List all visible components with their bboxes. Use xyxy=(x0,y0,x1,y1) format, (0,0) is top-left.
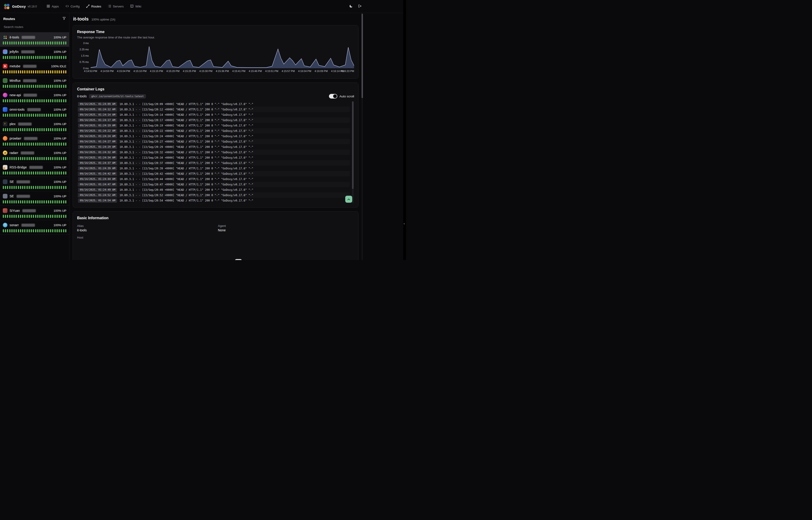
route-search-input[interactable] xyxy=(3,25,66,29)
uptime-bar xyxy=(48,172,49,175)
uptime-bar xyxy=(50,56,51,59)
route-list-item[interactable]: RSS-Bridge 100% UP xyxy=(0,162,69,177)
log-timestamp: 09/14/2025, 01:24:54 AM xyxy=(78,199,117,203)
uptime-bar xyxy=(7,99,8,102)
route-list-item[interactable]: it-tools 100% UP xyxy=(0,32,69,47)
uptime-bar xyxy=(46,229,47,232)
uptime-bar xyxy=(65,42,66,45)
uptime-bar xyxy=(39,215,40,218)
uptime-bar xyxy=(52,128,53,131)
log-scrollbar[interactable] xyxy=(352,101,354,203)
uptime-bar xyxy=(61,99,62,102)
nav-item-routes[interactable]: Routes xyxy=(86,4,101,9)
uptime-bar xyxy=(18,128,19,131)
route-list-item[interactable]: radarr 100% UP xyxy=(0,148,69,162)
uptime-bar xyxy=(9,172,10,175)
uptime-bar xyxy=(22,85,23,88)
uptime-bar xyxy=(9,215,10,218)
chart-plot: 4:14:53 PM4:14:59 PM4:15:04 PM4:15:10 PM… xyxy=(90,43,354,74)
route-list-item[interactable]: new-api 100% UP xyxy=(0,90,69,105)
uptime-bar xyxy=(37,56,38,59)
route-list-item[interactable]: metube 100% IDLE xyxy=(0,61,69,76)
route-list-item[interactable]: plex 100% UP xyxy=(0,119,69,133)
uptime-bar xyxy=(16,215,17,218)
uptime-bar xyxy=(65,85,66,88)
wiki-icon xyxy=(130,4,134,9)
uptime-bar xyxy=(39,172,40,175)
uptime-bar xyxy=(11,186,12,189)
uptime-bar xyxy=(9,128,10,131)
nav-item-config[interactable]: Config xyxy=(65,4,80,9)
uptime-bar xyxy=(33,142,34,146)
x-axis-label: 4:15:41 PM xyxy=(232,70,245,73)
route-list-item[interactable]: SE 100% UP xyxy=(0,177,69,191)
uptime-bar xyxy=(39,229,40,232)
log-scrollbar-thumb[interactable] xyxy=(352,101,354,189)
siyuan-icon xyxy=(3,208,7,213)
route-list-item[interactable]: SE 100% UP xyxy=(0,191,69,206)
uptime-bar xyxy=(3,229,4,232)
nav-item-wiki[interactable]: Wiki xyxy=(130,4,141,9)
nav-item-apps[interactable]: Apps xyxy=(47,4,59,9)
main-nav: Apps Config Routes Servers Wiki xyxy=(47,4,141,9)
route-status-badge: 100% UP xyxy=(54,194,66,198)
uptime-bar xyxy=(50,114,51,117)
uptime-bar xyxy=(65,128,66,131)
log-message: 10.89.3.1 - - [13/Sep/20:52 +0000] "HEAD… xyxy=(119,193,253,197)
logout-button[interactable] xyxy=(358,4,362,9)
uptime-bar xyxy=(3,215,4,218)
uptime-bar xyxy=(20,128,21,131)
uptime-bar xyxy=(33,229,34,232)
filter-routes-button[interactable] xyxy=(62,17,66,21)
redacted-name-blur xyxy=(21,224,35,227)
uptime-bar xyxy=(33,56,34,59)
uptime-bar xyxy=(52,70,53,73)
route-list-item[interactable]: jellyfin 100% UP xyxy=(0,47,69,61)
uptime-bar xyxy=(41,200,43,203)
collapse-panel-handle[interactable]: ‹ xyxy=(404,222,404,225)
brand-name: GoDoxy xyxy=(12,4,26,8)
uptime-bar xyxy=(37,186,38,189)
uptime-bar xyxy=(20,215,21,218)
nav-item-servers[interactable]: Servers xyxy=(108,4,124,9)
autoscroll-toggle[interactable] xyxy=(329,94,337,99)
route-list-item[interactable]: sonarr 100% UP xyxy=(0,220,69,235)
route-list-item[interactable]: Miniflux 100% UP xyxy=(0,76,69,90)
response-time-card: Response Time The average response time … xyxy=(73,25,359,79)
x-axis-label: 4:15:04 PM xyxy=(117,70,130,73)
uptime-bar xyxy=(5,186,6,189)
uptime-bar xyxy=(7,186,8,189)
uptime-bar xyxy=(24,200,25,203)
uptime-bar xyxy=(35,114,36,117)
uptime-bar xyxy=(50,42,51,45)
uptime-bar xyxy=(63,172,64,175)
uptime-bar xyxy=(29,128,30,131)
field-label: Host xyxy=(77,236,218,239)
uptime-bar xyxy=(29,200,30,203)
route-list-item[interactable]: prowlarr 100% UP xyxy=(0,133,69,148)
uptime-bar xyxy=(20,229,21,232)
log-message: 10.89.3.1 - - [13/Sep/20:22 +0000] "HEAD… xyxy=(119,129,253,133)
page-title: it-tools xyxy=(73,16,89,22)
uptime-bar xyxy=(37,99,38,102)
route-list-item[interactable]: omni-tools 100% UP xyxy=(0,105,69,119)
uptime-bar xyxy=(46,128,47,131)
uptime-bar xyxy=(16,229,17,232)
uptime-bar xyxy=(18,42,19,45)
uptime-bar xyxy=(20,114,21,117)
x-axis-label: 4:15:30 PM xyxy=(199,70,212,73)
uptime-bar xyxy=(54,142,56,146)
uptime-bar xyxy=(22,128,23,131)
scroll-to-top-button[interactable] xyxy=(345,196,352,203)
uptime-bar xyxy=(13,142,15,146)
uptime-bar xyxy=(16,56,17,59)
route-list-item[interactable]: SiYuan 100% UP xyxy=(0,206,69,220)
theme-toggle-button[interactable] xyxy=(349,4,353,9)
uptime-bar xyxy=(44,114,45,117)
uptime-bar xyxy=(37,215,38,218)
log-timestamp: 09/14/2025, 01:24:32 AM xyxy=(78,150,117,154)
uptime-bar xyxy=(57,128,58,131)
page-scrollbar-thumb[interactable] xyxy=(362,14,363,98)
uptime-bar xyxy=(52,99,53,102)
uptime-bar xyxy=(24,42,25,45)
